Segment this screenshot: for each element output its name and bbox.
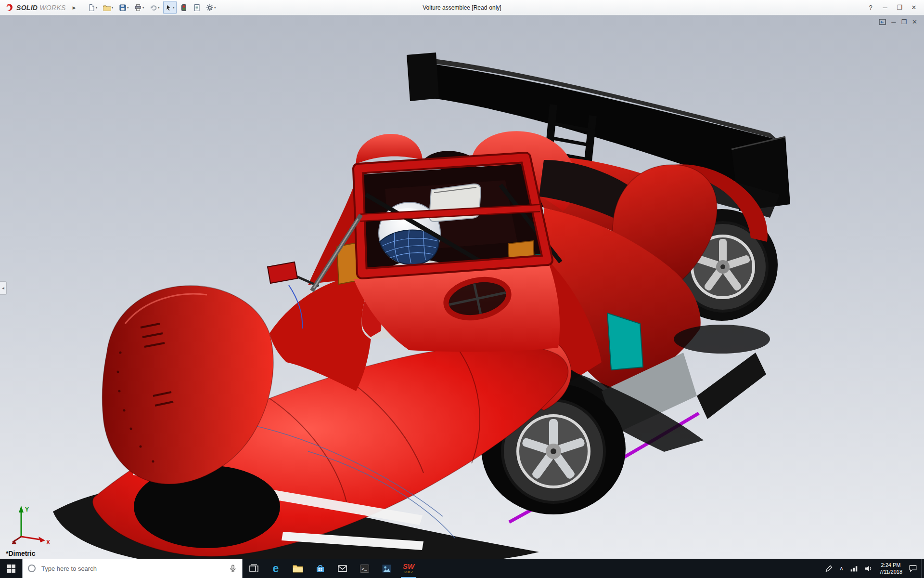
options-gear-icon: [206, 4, 214, 12]
new-document-caret[interactable]: ▾: [96, 5, 98, 10]
menu-expand-arrow[interactable]: ▶: [70, 5, 79, 10]
solidworks-brand: SOLIDWORKS: [0, 3, 70, 13]
view-orientation-label: *Dimetric: [6, 550, 35, 557]
graphics-viewport[interactable]: ─ ❐ ✕ ◄ Y X *Dimetric: [0, 15, 924, 559]
mail-button[interactable]: [331, 559, 353, 578]
cortana-circle-icon: [27, 564, 36, 573]
photos-button[interactable]: [375, 559, 398, 578]
start-button[interactable]: [0, 559, 22, 578]
solidworks-taskbar-button[interactable]: SW 2017: [398, 559, 420, 578]
child-window-minimize-icon[interactable]: ─: [891, 19, 896, 25]
file-properties-icon: [193, 4, 201, 12]
save-caret[interactable]: ▾: [127, 5, 129, 10]
titlebar: SOLIDWORKS ▶ ▾ ▾ ▾ ▾ ▾: [0, 0, 924, 15]
sw-letters: SW: [403, 563, 414, 570]
brand-text-solid: SOLID: [16, 4, 38, 12]
help-button[interactable]: ?: [863, 1, 878, 13]
options-button[interactable]: ▾: [204, 1, 218, 14]
new-document-icon: [88, 4, 95, 12]
document-window-controls: ─ ❐ ✕: [879, 19, 917, 25]
rebuild-icon: [180, 4, 188, 12]
undo-button[interactable]: ▾: [148, 1, 162, 14]
command-prompt-icon: >_: [359, 564, 370, 573]
rebuild-button[interactable]: [178, 1, 190, 14]
system-tray: ∧ 2:24 PM 7/11/2018: [821, 559, 921, 578]
save-icon: [119, 4, 127, 12]
solidworks-taskbar-icon: SW 2017: [403, 563, 414, 574]
new-document-button[interactable]: ▾: [86, 1, 100, 14]
file-properties-button[interactable]: [191, 1, 203, 14]
options-caret[interactable]: ▾: [214, 5, 216, 10]
tray-chevron-up-icon[interactable]: ∧: [839, 565, 844, 572]
show-desktop-button[interactable]: [921, 559, 924, 578]
select-cursor-icon: [165, 4, 172, 12]
clock-date: 7/11/2018: [879, 568, 902, 575]
edge-button[interactable]: e: [265, 559, 287, 578]
select-caret[interactable]: ▾: [173, 5, 175, 10]
child-window-close-icon[interactable]: ✕: [912, 19, 917, 25]
triad-x-label: X: [46, 539, 50, 546]
photos-icon: [382, 564, 392, 573]
clock-time: 2:24 PM: [879, 562, 902, 568]
windows-logo-icon: [7, 565, 15, 573]
windows-taskbar: e >_ SW 2017 ∧ 2: [0, 559, 924, 578]
file-explorer-icon: [293, 564, 303, 573]
side-mirror[interactable]: [268, 262, 297, 283]
close-button[interactable]: ✕: [907, 1, 921, 13]
edge-icon: e: [273, 562, 279, 575]
store-icon: [315, 564, 325, 573]
child-window-restore-icon[interactable]: ❐: [901, 19, 907, 25]
window-controls: ? ─ ❐ ✕: [863, 1, 924, 13]
solidworks-window: SOLIDWORKS ▶ ▾ ▾ ▾ ▾ ▾: [0, 0, 924, 578]
print-icon: [134, 4, 142, 12]
action-center-icon[interactable]: [909, 565, 917, 572]
search-input[interactable]: [40, 565, 224, 573]
volume-icon[interactable]: [864, 565, 873, 572]
orientation-triad: Y X: [7, 503, 53, 546]
taskbar-search[interactable]: [22, 559, 243, 578]
print-caret[interactable]: ▾: [142, 5, 144, 10]
3d-model-canvas[interactable]: [0, 15, 924, 559]
maximize-button[interactable]: ❐: [892, 1, 907, 13]
task-view-button[interactable]: [243, 559, 265, 578]
undo-caret[interactable]: ▾: [158, 5, 160, 10]
mail-icon: [337, 564, 347, 573]
triad-y-label: Y: [25, 506, 29, 513]
file-explorer-button[interactable]: [287, 559, 309, 578]
microphone-icon[interactable]: [229, 564, 237, 573]
sw-year: 2017: [404, 570, 413, 574]
select-tool-button[interactable]: ▾: [163, 1, 177, 14]
svg-text:>_: >_: [361, 566, 367, 572]
command-prompt-button[interactable]: >_: [353, 559, 375, 578]
save-button[interactable]: ▾: [117, 1, 131, 14]
child-window-collapse-icon[interactable]: [879, 19, 886, 25]
solidworks-logo-icon: [5, 3, 14, 13]
print-button[interactable]: ▾: [132, 1, 146, 14]
minimize-button[interactable]: ─: [878, 1, 892, 13]
taskbar-clock[interactable]: 2:24 PM 7/11/2018: [879, 562, 902, 575]
network-icon[interactable]: [850, 565, 858, 572]
undo-icon: [150, 4, 157, 12]
open-button[interactable]: ▾: [101, 1, 116, 14]
windows-ink-pen-icon[interactable]: [825, 565, 833, 573]
featuremanager-flyout-arrow[interactable]: ◄: [0, 281, 7, 295]
store-button[interactable]: [309, 559, 331, 578]
open-folder-icon: [103, 4, 111, 12]
task-view-icon: [249, 564, 259, 573]
brand-text-works: WORKS: [39, 4, 65, 12]
open-caret[interactable]: ▾: [112, 5, 114, 10]
quick-access-toolbar: ▾ ▾ ▾ ▾ ▾ ▾: [86, 1, 218, 14]
